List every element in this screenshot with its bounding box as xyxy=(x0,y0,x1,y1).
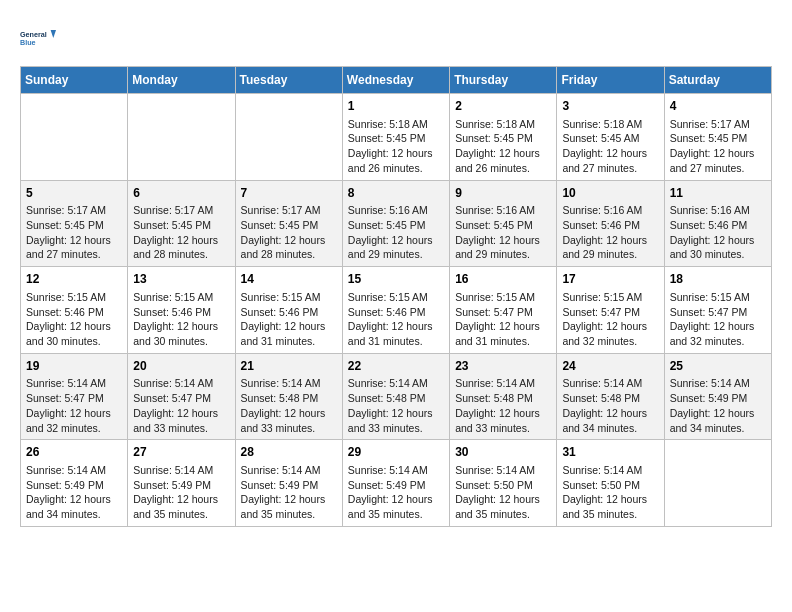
calendar-cell: 16Sunrise: 5:15 AM Sunset: 5:47 PM Dayli… xyxy=(450,267,557,354)
day-number: 22 xyxy=(348,358,444,375)
day-number: 8 xyxy=(348,185,444,202)
day-number: 30 xyxy=(455,444,551,461)
calendar-cell: 4Sunrise: 5:17 AM Sunset: 5:45 PM Daylig… xyxy=(664,94,771,181)
calendar-cell: 21Sunrise: 5:14 AM Sunset: 5:48 PM Dayli… xyxy=(235,353,342,440)
day-number: 2 xyxy=(455,98,551,115)
day-number: 3 xyxy=(562,98,658,115)
day-number: 20 xyxy=(133,358,229,375)
weekday-header-monday: Monday xyxy=(128,67,235,94)
calendar-cell: 20Sunrise: 5:14 AM Sunset: 5:47 PM Dayli… xyxy=(128,353,235,440)
day-info: Sunrise: 5:14 AM Sunset: 5:48 PM Dayligh… xyxy=(348,376,444,435)
weekday-header-tuesday: Tuesday xyxy=(235,67,342,94)
calendar-cell: 2Sunrise: 5:18 AM Sunset: 5:45 PM Daylig… xyxy=(450,94,557,181)
page-header: GeneralBlue xyxy=(20,20,772,56)
calendar-cell: 5Sunrise: 5:17 AM Sunset: 5:45 PM Daylig… xyxy=(21,180,128,267)
calendar-cell: 25Sunrise: 5:14 AM Sunset: 5:49 PM Dayli… xyxy=(664,353,771,440)
day-number: 17 xyxy=(562,271,658,288)
day-number: 16 xyxy=(455,271,551,288)
calendar-cell: 13Sunrise: 5:15 AM Sunset: 5:46 PM Dayli… xyxy=(128,267,235,354)
calendar-cell: 27Sunrise: 5:14 AM Sunset: 5:49 PM Dayli… xyxy=(128,440,235,527)
day-number: 27 xyxy=(133,444,229,461)
calendar-cell xyxy=(664,440,771,527)
day-number: 14 xyxy=(241,271,337,288)
calendar-cell xyxy=(235,94,342,181)
day-info: Sunrise: 5:14 AM Sunset: 5:49 PM Dayligh… xyxy=(133,463,229,522)
calendar-table: SundayMondayTuesdayWednesdayThursdayFrid… xyxy=(20,66,772,527)
calendar-cell: 6Sunrise: 5:17 AM Sunset: 5:45 PM Daylig… xyxy=(128,180,235,267)
day-number: 13 xyxy=(133,271,229,288)
calendar-cell: 24Sunrise: 5:14 AM Sunset: 5:48 PM Dayli… xyxy=(557,353,664,440)
calendar-cell: 22Sunrise: 5:14 AM Sunset: 5:48 PM Dayli… xyxy=(342,353,449,440)
day-info: Sunrise: 5:14 AM Sunset: 5:49 PM Dayligh… xyxy=(26,463,122,522)
day-info: Sunrise: 5:15 AM Sunset: 5:47 PM Dayligh… xyxy=(670,290,766,349)
calendar-cell: 29Sunrise: 5:14 AM Sunset: 5:49 PM Dayli… xyxy=(342,440,449,527)
calendar-cell xyxy=(128,94,235,181)
day-info: Sunrise: 5:15 AM Sunset: 5:46 PM Dayligh… xyxy=(241,290,337,349)
day-info: Sunrise: 5:14 AM Sunset: 5:47 PM Dayligh… xyxy=(133,376,229,435)
calendar-cell: 9Sunrise: 5:16 AM Sunset: 5:45 PM Daylig… xyxy=(450,180,557,267)
calendar-cell: 28Sunrise: 5:14 AM Sunset: 5:49 PM Dayli… xyxy=(235,440,342,527)
svg-text:General: General xyxy=(20,30,47,39)
day-info: Sunrise: 5:14 AM Sunset: 5:50 PM Dayligh… xyxy=(455,463,551,522)
day-number: 9 xyxy=(455,185,551,202)
day-info: Sunrise: 5:14 AM Sunset: 5:48 PM Dayligh… xyxy=(562,376,658,435)
day-info: Sunrise: 5:15 AM Sunset: 5:46 PM Dayligh… xyxy=(26,290,122,349)
day-number: 15 xyxy=(348,271,444,288)
day-info: Sunrise: 5:15 AM Sunset: 5:47 PM Dayligh… xyxy=(562,290,658,349)
day-info: Sunrise: 5:17 AM Sunset: 5:45 PM Dayligh… xyxy=(133,203,229,262)
day-info: Sunrise: 5:17 AM Sunset: 5:45 PM Dayligh… xyxy=(241,203,337,262)
day-info: Sunrise: 5:14 AM Sunset: 5:50 PM Dayligh… xyxy=(562,463,658,522)
day-number: 10 xyxy=(562,185,658,202)
day-info: Sunrise: 5:14 AM Sunset: 5:49 PM Dayligh… xyxy=(348,463,444,522)
day-info: Sunrise: 5:15 AM Sunset: 5:46 PM Dayligh… xyxy=(348,290,444,349)
calendar-cell xyxy=(21,94,128,181)
calendar-cell: 7Sunrise: 5:17 AM Sunset: 5:45 PM Daylig… xyxy=(235,180,342,267)
calendar-cell: 12Sunrise: 5:15 AM Sunset: 5:46 PM Dayli… xyxy=(21,267,128,354)
calendar-body: 1Sunrise: 5:18 AM Sunset: 5:45 PM Daylig… xyxy=(21,94,772,527)
day-number: 5 xyxy=(26,185,122,202)
day-number: 1 xyxy=(348,98,444,115)
day-info: Sunrise: 5:14 AM Sunset: 5:49 PM Dayligh… xyxy=(670,376,766,435)
day-number: 18 xyxy=(670,271,766,288)
calendar-cell: 18Sunrise: 5:15 AM Sunset: 5:47 PM Dayli… xyxy=(664,267,771,354)
day-number: 6 xyxy=(133,185,229,202)
day-info: Sunrise: 5:16 AM Sunset: 5:46 PM Dayligh… xyxy=(670,203,766,262)
calendar-week-2: 5Sunrise: 5:17 AM Sunset: 5:45 PM Daylig… xyxy=(21,180,772,267)
weekday-header-friday: Friday xyxy=(557,67,664,94)
calendar-cell: 1Sunrise: 5:18 AM Sunset: 5:45 PM Daylig… xyxy=(342,94,449,181)
calendar-week-3: 12Sunrise: 5:15 AM Sunset: 5:46 PM Dayli… xyxy=(21,267,772,354)
day-number: 31 xyxy=(562,444,658,461)
weekday-header-thursday: Thursday xyxy=(450,67,557,94)
logo: GeneralBlue xyxy=(20,20,56,56)
weekday-row: SundayMondayTuesdayWednesdayThursdayFrid… xyxy=(21,67,772,94)
day-number: 11 xyxy=(670,185,766,202)
calendar-week-4: 19Sunrise: 5:14 AM Sunset: 5:47 PM Dayli… xyxy=(21,353,772,440)
day-info: Sunrise: 5:18 AM Sunset: 5:45 PM Dayligh… xyxy=(455,117,551,176)
day-info: Sunrise: 5:14 AM Sunset: 5:49 PM Dayligh… xyxy=(241,463,337,522)
day-number: 28 xyxy=(241,444,337,461)
day-info: Sunrise: 5:14 AM Sunset: 5:47 PM Dayligh… xyxy=(26,376,122,435)
day-info: Sunrise: 5:17 AM Sunset: 5:45 PM Dayligh… xyxy=(670,117,766,176)
calendar-cell: 10Sunrise: 5:16 AM Sunset: 5:46 PM Dayli… xyxy=(557,180,664,267)
logo-icon: GeneralBlue xyxy=(20,20,56,56)
day-number: 23 xyxy=(455,358,551,375)
day-info: Sunrise: 5:15 AM Sunset: 5:46 PM Dayligh… xyxy=(133,290,229,349)
calendar-header: SundayMondayTuesdayWednesdayThursdayFrid… xyxy=(21,67,772,94)
calendar-cell: 30Sunrise: 5:14 AM Sunset: 5:50 PM Dayli… xyxy=(450,440,557,527)
calendar-cell: 31Sunrise: 5:14 AM Sunset: 5:50 PM Dayli… xyxy=(557,440,664,527)
svg-text:Blue: Blue xyxy=(20,38,36,47)
calendar-cell: 23Sunrise: 5:14 AM Sunset: 5:48 PM Dayli… xyxy=(450,353,557,440)
day-number: 7 xyxy=(241,185,337,202)
calendar-week-5: 26Sunrise: 5:14 AM Sunset: 5:49 PM Dayli… xyxy=(21,440,772,527)
calendar-cell: 14Sunrise: 5:15 AM Sunset: 5:46 PM Dayli… xyxy=(235,267,342,354)
day-number: 25 xyxy=(670,358,766,375)
day-number: 24 xyxy=(562,358,658,375)
calendar-cell: 8Sunrise: 5:16 AM Sunset: 5:45 PM Daylig… xyxy=(342,180,449,267)
calendar-cell: 17Sunrise: 5:15 AM Sunset: 5:47 PM Dayli… xyxy=(557,267,664,354)
day-number: 4 xyxy=(670,98,766,115)
calendar-cell: 15Sunrise: 5:15 AM Sunset: 5:46 PM Dayli… xyxy=(342,267,449,354)
day-number: 19 xyxy=(26,358,122,375)
weekday-header-wednesday: Wednesday xyxy=(342,67,449,94)
day-info: Sunrise: 5:14 AM Sunset: 5:48 PM Dayligh… xyxy=(241,376,337,435)
calendar-cell: 19Sunrise: 5:14 AM Sunset: 5:47 PM Dayli… xyxy=(21,353,128,440)
